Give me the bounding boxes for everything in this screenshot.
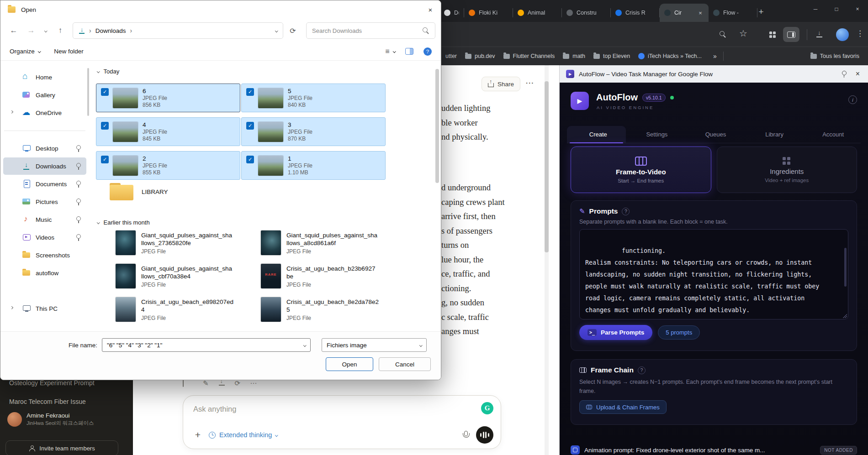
file-item[interactable]: RARE Crisis_at_ugu_beach_b23b6927 be JPE… <box>241 264 386 293</box>
sidebar-item[interactable]: Desktop <box>3 140 86 157</box>
expand-chevron-icon[interactable] <box>10 306 13 309</box>
page-scrollbar[interactable] <box>545 65 549 455</box>
browser-tab[interactable]: Crisis R × <box>611 4 660 22</box>
grammarly-icon[interactable]: G <box>481 402 493 414</box>
prompts-textarea[interactable]: functioning. Realism constraints: No tel… <box>579 229 848 319</box>
organize-menu[interactable]: Organize <box>10 48 40 55</box>
sidebar-item[interactable]: Gallery <box>3 86 86 104</box>
group-header-today[interactable]: Today <box>97 68 119 75</box>
group-header-earlier[interactable]: Earlier this month <box>97 219 150 226</box>
bookmarks-overflow-chevron[interactable]: » <box>713 52 717 60</box>
preview-pane-icon[interactable] <box>405 48 413 55</box>
favorites-star-icon[interactable]: ☆ <box>739 28 747 39</box>
retry-icon[interactable]: ⟳ <box>235 380 241 387</box>
panel-tab[interactable]: Library <box>743 126 802 143</box>
bookmark-item[interactable]: iTech Hacks » Tech... <box>634 51 706 61</box>
file-list-scrollbar[interactable] <box>435 63 439 329</box>
browser-tab[interactable]: Floki Ki × <box>464 4 513 22</box>
resize-handle[interactable] <box>842 314 847 318</box>
bookmark-item[interactable]: top Eleven <box>589 51 634 61</box>
file-item[interactable]: Giant_squid_pulses_against_sha llows_a8c… <box>241 230 386 259</box>
file-tile[interactable]: ✓ 5 JPEG File 840 KB <box>241 84 386 112</box>
queue-item[interactable]: Animation prompt: Fixed drone-level exte… <box>571 442 857 455</box>
file-checkbox[interactable]: ✓ <box>246 88 254 96</box>
chat-input[interactable]: Ask anything <box>193 405 236 413</box>
up-button[interactable]: ↑ <box>53 23 68 38</box>
profile-avatar[interactable] <box>836 28 849 41</box>
user-menu[interactable]: Amine Fekraoui JinHwa Seol의 워크스페이스 <box>7 412 128 427</box>
sidebar-item[interactable]: autoflow <box>3 264 86 282</box>
bookmark-item[interactable]: pub.dev <box>461 51 499 61</box>
open-button[interactable]: Open <box>326 357 373 371</box>
chat-composer[interactable]: Ask anything G + Extended thinking <box>183 395 501 449</box>
file-checkbox[interactable]: ✓ <box>101 122 109 130</box>
help-icon[interactable]: ? <box>622 208 630 215</box>
forward-button[interactable]: → <box>23 23 39 38</box>
all-favorites-button[interactable]: Tous les favoris <box>806 51 863 61</box>
file-name-combo[interactable] <box>102 338 311 352</box>
library-folder[interactable]: LIBRARY <box>110 183 168 200</box>
side-panel-toggle-icon[interactable] <box>783 27 799 42</box>
new-tab-button[interactable]: + <box>755 5 767 18</box>
ingredients-card[interactable]: Ingredients Video + ref images <box>717 146 857 193</box>
more-icon[interactable]: ⋯ <box>250 380 257 387</box>
file-item[interactable]: Crisis_at_ugu_beach_e898207ed 4 JPEG Fil… <box>96 297 241 326</box>
maximize-button[interactable]: □ <box>826 0 847 18</box>
back-button[interactable]: ← <box>6 23 21 38</box>
file-item[interactable]: Giant_squid_pulses_against_sha llows_cbf… <box>96 264 241 293</box>
dialog-close-icon[interactable]: × <box>420 0 441 19</box>
expand-chevron-icon[interactable] <box>10 110 13 113</box>
close-window-button[interactable]: × <box>847 0 868 18</box>
sidebar-item[interactable]: Screenshots <box>3 246 86 264</box>
file-type-select[interactable]: Fichiers image <box>322 338 427 352</box>
panel-tab[interactable]: Queues <box>684 126 743 143</box>
search-box[interactable] <box>306 22 435 39</box>
panel-tab[interactable]: Account <box>802 126 861 143</box>
chat-more-icon[interactable]: ⋯ <box>525 78 534 88</box>
scrollbar-thumb[interactable] <box>435 69 439 183</box>
sidebar-item[interactable]: This PC <box>3 300 86 317</box>
info-icon[interactable]: i <box>848 95 857 104</box>
file-checkbox[interactable]: ✓ <box>101 88 109 96</box>
sidebar-item[interactable]: Videos <box>3 229 86 246</box>
panel-tab[interactable]: Create <box>567 126 626 143</box>
mic-button[interactable] <box>462 431 469 439</box>
file-item[interactable]: Crisis_at_ugu_beach_8e2da78e2 5 JPEG Fil… <box>241 297 386 326</box>
breadcrumb-segment[interactable]: Downloads <box>95 27 126 34</box>
sidebar-item[interactable]: Pictures <box>3 193 86 210</box>
parse-prompts-button[interactable]: >_ Parse Prompts <box>579 325 652 340</box>
tab-close-icon[interactable]: × <box>697 9 704 16</box>
attach-button[interactable]: + <box>191 428 205 442</box>
file-tile[interactable]: ✓ 3 JPEG File 870 KB <box>241 117 386 146</box>
browser-tab[interactable]: Doc × <box>439 4 464 22</box>
sidebar-item[interactable]: Home <box>3 68 86 86</box>
frame-to-video-card[interactable]: Frame-to-Video Start → End frames <box>571 146 711 193</box>
browser-menu-icon[interactable]: ⋮ <box>856 29 864 38</box>
panel-close-icon[interactable]: × <box>854 70 862 78</box>
browser-tab[interactable]: Animal × <box>513 4 562 22</box>
bookmark-item[interactable]: utter <box>441 51 461 61</box>
recent-locations-chevron[interactable] <box>41 23 51 38</box>
search-icon[interactable] <box>720 31 726 38</box>
file-item[interactable]: Giant_squid_pulses_against_sha llows_273… <box>96 230 241 259</box>
textarea-scrollbar[interactable] <box>844 248 847 287</box>
refresh-button[interactable]: ⟳ <box>285 23 301 38</box>
bookmark-item[interactable]: math <box>559 51 589 61</box>
browser-tab[interactable]: Cir × <box>660 4 709 22</box>
edit-icon[interactable]: ✎ <box>203 380 209 387</box>
share-button[interactable]: Share <box>482 77 520 91</box>
chevron-down-icon[interactable] <box>303 344 306 346</box>
breadcrumb[interactable]: › Downloads › <box>73 22 283 39</box>
search-input[interactable] <box>312 27 423 34</box>
pin-icon[interactable] <box>842 71 847 77</box>
help-icon[interactable]: ? <box>423 47 432 56</box>
extended-thinking-toggle[interactable]: Extended thinking <box>209 431 278 439</box>
file-name-input[interactable] <box>107 342 300 349</box>
sidebar-item[interactable]: OneDrive <box>3 104 86 121</box>
extensions-icon[interactable] <box>769 31 772 34</box>
sidebar-item[interactable]: Documents <box>3 175 86 193</box>
browser-tab[interactable]: Flow - × <box>709 4 757 22</box>
file-tile[interactable]: ✓ 4 JPEG File 845 KB <box>96 117 240 146</box>
bookmark-item[interactable]: Flutter Channels <box>499 51 559 61</box>
scrollbar-thumb[interactable] <box>545 81 549 252</box>
